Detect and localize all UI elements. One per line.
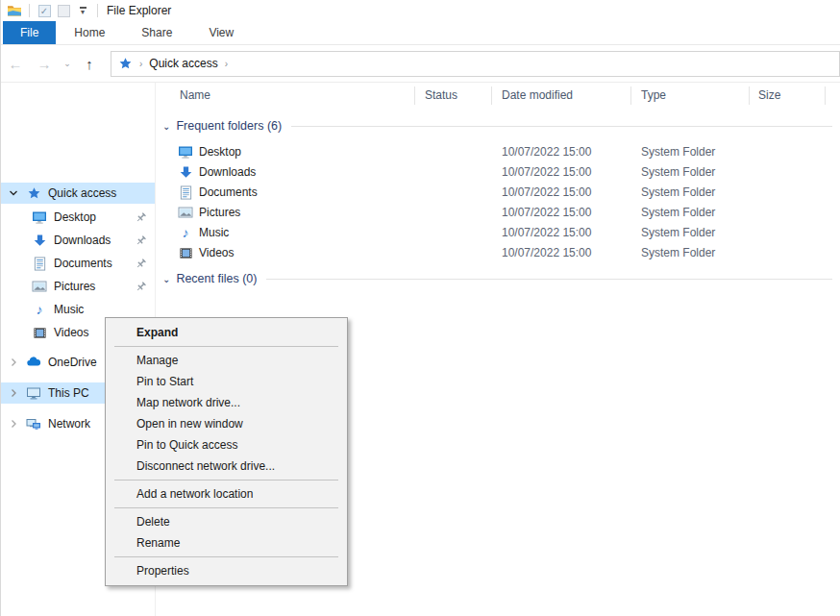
sidebar-item-documents[interactable]: Documents xyxy=(1,252,155,275)
title-bar: ✓ ▾ File Explorer xyxy=(1,0,840,21)
file-date-modified: 10/07/2022 15:00 xyxy=(502,145,591,159)
file-type: System Folder xyxy=(641,226,715,239)
column-separator[interactable] xyxy=(749,86,750,105)
sidebar-item-desktop[interactable]: Desktop xyxy=(1,206,155,229)
back-icon[interactable]: ← xyxy=(1,56,30,72)
breadcrumb-chevron-icon[interactable]: › xyxy=(139,59,142,69)
column-header-date-modified[interactable]: Date modified xyxy=(502,88,573,102)
file-date-modified: 10/07/2022 15:00 xyxy=(502,185,591,199)
file-row-desktop[interactable]: Desktop 10/07/2022 15:00 System Folder xyxy=(156,142,840,162)
breadcrumb-chevron-icon[interactable]: › xyxy=(225,59,228,69)
group-divider-line xyxy=(266,279,832,280)
desktop-icon xyxy=(178,144,193,160)
up-icon[interactable]: ↑ xyxy=(76,56,103,72)
pin-icon xyxy=(135,211,147,224)
new-folder-icon[interactable] xyxy=(56,3,71,18)
chevron-down-icon[interactable]: ⌄ xyxy=(162,274,170,284)
column-separator[interactable] xyxy=(825,86,826,105)
group-label[interactable]: Frequent folders (6) xyxy=(176,119,282,133)
documents-icon xyxy=(178,185,193,200)
group-label[interactable]: Recent files (0) xyxy=(176,272,257,285)
chevron-down-icon[interactable]: ⌄ xyxy=(162,121,170,132)
file-row-downloads[interactable]: Downloads 10/07/2022 15:00 System Folder xyxy=(156,162,840,183)
pictures-icon xyxy=(178,205,193,220)
file-row-videos[interactable]: Videos 10/07/2022 15:00 System Folder xyxy=(156,243,840,263)
desktop-icon xyxy=(32,209,47,225)
breadcrumb-location[interactable]: Quick access xyxy=(149,57,217,70)
column-separator[interactable] xyxy=(630,86,631,105)
file-row-documents[interactable]: Documents 10/07/2022 15:00 System Folder xyxy=(156,183,840,203)
column-header-size[interactable]: Size xyxy=(758,88,780,102)
menu-item-manage[interactable]: Manage xyxy=(106,350,347,371)
file-row-music[interactable]: ♪ Music 10/07/2022 15:00 System Folder xyxy=(156,223,840,243)
menu-separator xyxy=(114,480,338,480)
sidebar-item-pictures[interactable]: Pictures xyxy=(1,275,155,298)
pictures-icon xyxy=(32,279,47,294)
file-name: Music xyxy=(199,226,229,239)
menu-separator xyxy=(114,346,338,347)
toolbar-separator xyxy=(29,4,30,17)
sidebar-item-label: Videos xyxy=(54,326,88,339)
history-dropdown-icon[interactable]: ⌄ xyxy=(59,59,76,68)
downloads-icon xyxy=(178,164,193,180)
file-date-modified: 10/07/2022 15:00 xyxy=(502,246,591,259)
sidebar-item-label: OneDrive xyxy=(48,356,97,369)
navigation-bar: ← → ⌄ ↑ › Quick access › xyxy=(1,45,840,83)
music-icon: ♪ xyxy=(32,302,47,317)
menu-item-pin-to-start[interactable]: Pin to Start xyxy=(106,371,347,392)
column-header-status[interactable]: Status xyxy=(425,88,457,102)
chevron-down-icon[interactable] xyxy=(9,188,18,198)
tab-share[interactable]: Share xyxy=(123,21,190,44)
column-header-type[interactable]: Type xyxy=(641,88,666,102)
file-name: Downloads xyxy=(199,165,256,179)
network-icon xyxy=(26,416,41,431)
menu-item-delete[interactable]: Delete xyxy=(106,511,347,532)
file-row-pictures[interactable]: Pictures 10/07/2022 15:00 System Folder xyxy=(156,203,840,223)
sidebar-item-downloads[interactable]: Downloads xyxy=(1,229,155,252)
sidebar-item-quick-access[interactable]: Quick access xyxy=(1,183,155,204)
menu-item-map-network-drive[interactable]: Map network drive... xyxy=(106,392,347,413)
sidebar-item-label: Downloads xyxy=(54,234,111,247)
column-header-name[interactable]: Name xyxy=(180,88,210,102)
file-date-modified: 10/07/2022 15:00 xyxy=(502,165,591,179)
group-header-recent-files[interactable]: ⌄ Recent files (0) xyxy=(156,268,832,289)
group-header-frequent-folders[interactable]: ⌄ Frequent folders (6) xyxy=(156,115,832,136)
ribbon-tabs: File Home Share View xyxy=(1,21,840,45)
forward-icon[interactable]: → xyxy=(30,56,59,72)
menu-item-expand[interactable]: Expand xyxy=(106,322,347,343)
sidebar-item-label: Music xyxy=(54,303,84,316)
menu-item-properties[interactable]: Properties xyxy=(106,560,347,581)
customize-toolbar-icon[interactable]: ▾ xyxy=(75,3,90,18)
sidebar-item-label: Quick access xyxy=(48,186,116,200)
downloads-icon xyxy=(32,233,47,248)
tab-view[interactable]: View xyxy=(190,21,252,44)
menu-item-open-in-new-window[interactable]: Open in new window xyxy=(106,413,347,434)
documents-icon xyxy=(32,256,47,271)
properties-check-icon[interactable]: ✓ xyxy=(37,3,52,18)
menu-item-pin-to-quick-access[interactable]: Pin to Quick access xyxy=(106,434,347,456)
tab-file[interactable]: File xyxy=(3,21,56,44)
sidebar-item-label: Documents xyxy=(54,257,112,270)
sidebar-item-label: Network xyxy=(48,417,90,431)
menu-item-rename[interactable]: Rename xyxy=(106,532,347,554)
videos-icon xyxy=(32,325,47,340)
file-type: System Folder xyxy=(641,165,715,179)
menu-item-add-network-location[interactable]: Add a network location xyxy=(106,483,347,505)
file-date-modified: 10/07/2022 15:00 xyxy=(502,206,591,219)
chevron-right-icon[interactable] xyxy=(9,388,18,398)
file-name: Pictures xyxy=(199,206,240,219)
file-explorer-window: ✓ ▾ File Explorer File Home Share View ←… xyxy=(0,0,840,616)
menu-item-disconnect-network-drive[interactable]: Disconnect network drive... xyxy=(106,456,347,477)
tab-home[interactable]: Home xyxy=(56,21,123,44)
column-separator[interactable] xyxy=(491,86,492,105)
videos-icon xyxy=(178,245,193,260)
column-separator[interactable] xyxy=(414,86,415,105)
menu-separator xyxy=(114,556,338,557)
chevron-right-icon[interactable] xyxy=(9,419,18,429)
pin-icon xyxy=(135,234,147,247)
address-bar[interactable]: › Quick access › xyxy=(111,51,840,77)
pin-icon xyxy=(135,281,147,293)
chevron-right-icon[interactable] xyxy=(9,357,18,367)
file-type: System Folder xyxy=(641,246,715,259)
sidebar-item-label: This PC xyxy=(48,386,89,400)
